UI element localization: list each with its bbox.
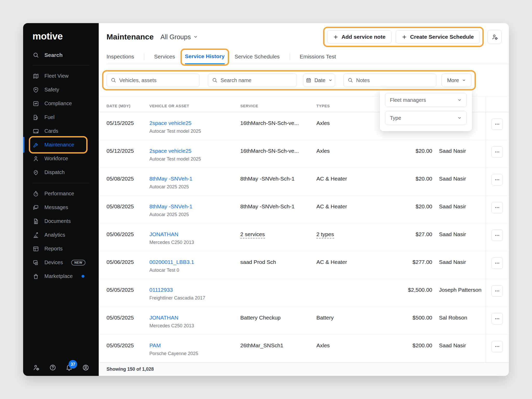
vehicle-link[interactable]: 2space vehicle25: [149, 148, 191, 154]
group-selector[interactable]: All Groups: [161, 33, 198, 41]
cell-types: AC & Heater: [316, 251, 381, 279]
table-footer: Showing 150 of 1,028: [99, 362, 509, 376]
row-actions-button[interactable]: [491, 118, 503, 130]
sidebar-item-label: Devices: [44, 260, 63, 265]
vehicle-link[interactable]: 01112933: [149, 287, 173, 293]
sidebar-item-fleet-view[interactable]: Fleet View: [23, 69, 99, 83]
vehicle-link[interactable]: PAM: [149, 342, 161, 348]
sidebar-item-safety[interactable]: Safety: [23, 83, 99, 97]
sidebar-item-performance[interactable]: Performance: [23, 187, 99, 201]
tab-services[interactable]: Services: [154, 49, 175, 64]
document-icon: [32, 218, 39, 225]
row-actions-button[interactable]: [491, 202, 503, 213]
account-icon[interactable]: [82, 364, 89, 371]
action-column-header: [485, 96, 509, 112]
table-row: 05/05/2025 PAMPorsche Cayenne 2025 26thM…: [99, 335, 509, 362]
sidebar-item-devices[interactable]: Devices NEW: [23, 256, 99, 269]
cell-fleet-manager: Saad Nasir: [436, 223, 485, 251]
row-count-summary: Showing 150 of 1,028: [107, 367, 154, 372]
cell-fleet-manager: Sal Robson: [436, 307, 485, 334]
cell-cost: $200.00: [381, 335, 436, 362]
sidebar-item-label: Performance: [44, 191, 74, 197]
sidebar-item-maintenance[interactable]: Maintenance: [23, 138, 99, 152]
type-select[interactable]: Type: [385, 111, 467, 125]
dispatch-pin-icon: [32, 169, 39, 176]
types-count-link[interactable]: 2 types: [316, 231, 334, 238]
row-actions-button[interactable]: [491, 174, 503, 185]
sidebar-item-dispatch[interactable]: Dispatch: [23, 165, 99, 179]
cell-cost: $277.00: [381, 251, 436, 279]
sidebar-item-documents[interactable]: Documents: [23, 214, 99, 228]
tab-inspections[interactable]: Inspections: [107, 49, 134, 64]
plus-icon: [402, 34, 407, 40]
sidebar-item-workforce[interactable]: Workforce: [23, 152, 99, 165]
tab-service-history[interactable]: Service History: [185, 49, 225, 64]
table-row: 05/05/2025 JONATHANMercedes C250 2013 Ba…: [99, 307, 509, 335]
create-service-schedule-button[interactable]: Create Service Schedule: [396, 30, 480, 44]
column-header-vehicle: VEHICLE OR ASSET: [149, 104, 240, 108]
vehicle-model: Mercedes C250 2013: [149, 240, 240, 245]
tab-bar: Inspections Services Service History Ser…: [107, 49, 509, 64]
sidebar-item-label: Marketplace: [44, 273, 73, 279]
admin-user-gear-icon[interactable]: [32, 364, 40, 371]
cell-actions: [485, 140, 509, 168]
sidebar-search[interactable]: Search: [23, 49, 99, 62]
cell-types: AC & Heater: [316, 168, 381, 195]
cell-date: 05/06/2025: [107, 223, 149, 251]
tab-label: Emissions Test: [300, 54, 336, 60]
cell-types: Axles: [316, 140, 381, 168]
vehicle-link[interactable]: 00200011_LBB3.1: [149, 259, 194, 265]
sidebar-item-fuel[interactable]: Fuel: [23, 110, 99, 124]
more-filters-button[interactable]: More: [442, 74, 471, 87]
vehicle-link[interactable]: JONATHAN: [149, 231, 178, 237]
table-row: 05/12/2025 2space vehicle25Autocar Test …: [99, 140, 509, 168]
services-count-link[interactable]: 2 services: [240, 231, 265, 238]
notes-input[interactable]: [343, 74, 436, 87]
tab-divider: [144, 53, 144, 60]
row-actions-button[interactable]: [491, 146, 503, 158]
sidebar-item-messages[interactable]: Messages: [23, 201, 99, 214]
cell-vehicle: JONATHANMercedes C250 2013: [149, 307, 240, 334]
manage-access-button[interactable]: [488, 30, 502, 44]
sidebar-item-cards[interactable]: Cards: [23, 124, 99, 138]
button-label: Add service note: [342, 34, 385, 40]
main-content: Maintenance All Groups Add service note …: [99, 23, 509, 376]
sidebar-divider: [32, 65, 89, 65]
vehicle-link[interactable]: JONATHAN: [149, 315, 178, 321]
sidebar-item-label: Reports: [44, 246, 63, 252]
cell-types: Axles: [316, 335, 381, 362]
row-actions-button[interactable]: [491, 257, 503, 269]
tab-service-schedules[interactable]: Service Schedules: [235, 49, 280, 64]
sidebar-item-marketplace[interactable]: Marketplace: [23, 269, 99, 283]
date-filter-button[interactable]: Date: [303, 74, 335, 87]
add-service-note-button[interactable]: Add service note: [327, 30, 391, 44]
row-actions-button[interactable]: [491, 230, 503, 241]
row-actions-button[interactable]: [491, 285, 503, 297]
sidebar-item-label: Cards: [44, 128, 58, 134]
vehicle-link[interactable]: 8thMay -SNVeh-1: [149, 203, 192, 209]
cell-actions: [485, 196, 509, 223]
vehicle-link[interactable]: 2space vehicle25: [149, 120, 191, 126]
cell-actions: [485, 307, 509, 334]
fleet-managers-select[interactable]: Fleet managers: [385, 93, 467, 107]
tab-emissions-test[interactable]: Emissions Test: [300, 49, 336, 64]
sidebar-item-label: Compliance: [44, 101, 72, 107]
sidebar-item-analytics[interactable]: Analytics: [23, 228, 99, 242]
row-actions-button[interactable]: [491, 341, 503, 352]
sidebar-item-label: Fuel: [44, 114, 55, 120]
notification-dot: [82, 275, 84, 278]
search-name-input[interactable]: [208, 74, 297, 87]
vehicles-assets-filter: [107, 74, 200, 87]
cell-fleet-manager: Saad Nasir: [436, 168, 485, 195]
cell-types: Axles: [316, 112, 381, 140]
cell-service: 16thMarch-SN-Sch-ve...: [240, 112, 316, 140]
vehicle-link[interactable]: 8thMay -SNVeh-1: [149, 176, 192, 182]
sidebar-item-reports[interactable]: Reports: [23, 242, 99, 256]
row-actions-button[interactable]: [491, 313, 503, 324]
vehicles-assets-input[interactable]: [107, 74, 200, 87]
help-icon[interactable]: [49, 364, 56, 371]
notifications-bell-icon[interactable]: 37: [65, 364, 73, 371]
sidebar-item-compliance[interactable]: Compliance: [23, 97, 99, 110]
group-selector-label: All Groups: [161, 33, 191, 41]
cell-date: 05/05/2025: [107, 335, 149, 362]
